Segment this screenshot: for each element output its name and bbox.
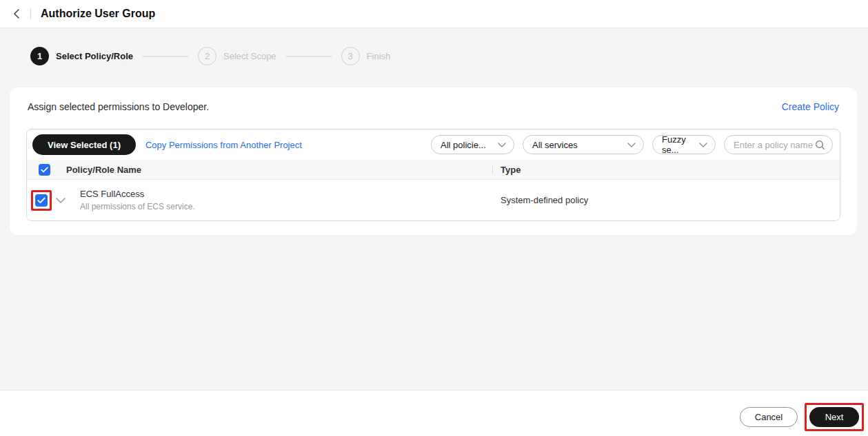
step-3-label: Finish bbox=[367, 51, 391, 61]
annotation-highlight: Next bbox=[805, 403, 864, 431]
create-policy-link[interactable]: Create Policy bbox=[782, 101, 839, 112]
table-toolbar: View Selected (1) Copy Permissions from … bbox=[27, 129, 840, 160]
chevron-down-icon bbox=[627, 143, 636, 147]
search-mode-value: Fuzzy se... bbox=[662, 134, 695, 155]
copy-permissions-link[interactable]: Copy Permissions from Another Project bbox=[145, 140, 302, 150]
chevron-left-icon bbox=[13, 9, 19, 19]
back-button[interactable] bbox=[7, 5, 25, 23]
policy-description: All permissions of ECS service. bbox=[80, 202, 195, 211]
page-title: Authorize User Group bbox=[41, 8, 155, 20]
checkmark-icon bbox=[37, 197, 46, 204]
step-connector bbox=[286, 56, 332, 57]
chevron-down-icon bbox=[498, 143, 506, 147]
search-icon[interactable] bbox=[815, 140, 825, 150]
checkmark-icon bbox=[41, 167, 48, 173]
step-2-label: Select Scope bbox=[223, 51, 276, 61]
search-mode-dropdown[interactable]: Fuzzy se... bbox=[652, 135, 716, 154]
top-bar: Authorize User Group bbox=[0, 0, 868, 28]
permissions-card: Assign selected permissions to Developer… bbox=[10, 87, 857, 235]
next-button[interactable]: Next bbox=[809, 407, 859, 427]
step-2-circle: 2 bbox=[198, 47, 216, 65]
row-expand-chevron[interactable] bbox=[56, 198, 65, 203]
policy-name-block: ECS FullAccess All permissions of ECS se… bbox=[80, 189, 195, 211]
policy-type-filter-dropdown[interactable]: All policie... bbox=[431, 135, 514, 154]
cancel-button[interactable]: Cancel bbox=[740, 407, 798, 427]
policy-type-filter-value: All policie... bbox=[441, 140, 486, 150]
policy-search-input[interactable] bbox=[734, 140, 815, 150]
policy-search-box bbox=[724, 135, 833, 154]
table-header-row: Policy/Role Name Type bbox=[27, 160, 840, 180]
view-selected-button[interactable]: View Selected (1) bbox=[32, 134, 136, 155]
step-connector bbox=[143, 56, 188, 57]
service-filter-value: All services bbox=[532, 140, 578, 150]
title-divider bbox=[30, 8, 31, 19]
wizard-stepper: 1 Select Policy/Role 2 Select Scope 3 Fi… bbox=[30, 47, 390, 65]
wizard-footer: Cancel Next bbox=[0, 390, 868, 436]
column-header-policy-role-name: Policy/Role Name bbox=[66, 165, 141, 175]
step-finish: 3 Finish bbox=[341, 47, 391, 65]
table-row: ECS FullAccess All permissions of ECS se… bbox=[27, 180, 840, 220]
policy-type: System-defined policy bbox=[501, 195, 588, 205]
step-select-scope: 2 Select Scope bbox=[198, 47, 276, 65]
chevron-down-icon bbox=[699, 143, 707, 147]
service-filter-dropdown[interactable]: All services bbox=[523, 135, 644, 154]
step-1-label: Select Policy/Role bbox=[56, 51, 133, 61]
row-checkbox[interactable] bbox=[35, 194, 48, 207]
annotation-highlight bbox=[31, 190, 52, 211]
column-header-type: Type bbox=[501, 165, 521, 175]
select-all-checkbox[interactable] bbox=[39, 164, 50, 176]
assign-permissions-text: Assign selected permissions to Developer… bbox=[28, 101, 209, 112]
step-3-circle: 3 bbox=[341, 47, 360, 65]
policy-table-container: View Selected (1) Copy Permissions from … bbox=[26, 129, 840, 221]
step-1-circle: 1 bbox=[30, 47, 49, 65]
step-select-policy-role: 1 Select Policy/Role bbox=[30, 47, 133, 65]
policy-name: ECS FullAccess bbox=[80, 189, 195, 199]
